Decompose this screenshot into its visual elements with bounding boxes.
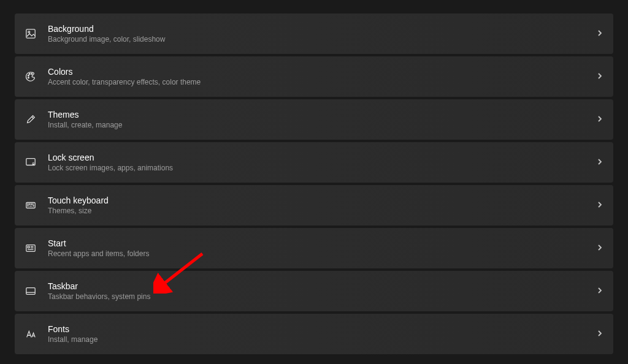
svg-point-2 (28, 75, 29, 76)
start-icon (25, 242, 37, 254)
svg-point-13 (28, 205, 28, 206)
lock-screen-icon (25, 156, 37, 169)
setting-title: Fonts (48, 324, 596, 335)
setting-subtitle: Accent color, transparency effects, colo… (48, 78, 596, 88)
colors-icon (25, 70, 37, 83)
svg-point-11 (31, 204, 31, 205)
setting-title: Themes (48, 109, 596, 120)
setting-subtitle: Lock screen images, apps, animations (48, 164, 596, 173)
setting-title: Taskbar (48, 281, 596, 292)
svg-point-3 (29, 74, 30, 75)
chevron-right-icon (596, 200, 603, 211)
setting-title: Colors (48, 66, 596, 77)
svg-point-4 (31, 74, 33, 75)
fonts-icon (25, 328, 37, 340)
svg-rect-7 (33, 164, 34, 165)
setting-item-colors[interactable]: Colors Accent color, transparency effect… (15, 56, 613, 97)
chevron-right-icon (596, 286, 603, 297)
setting-item-start[interactable]: Start Recent apps and items, folders (15, 228, 613, 268)
svg-point-9 (28, 204, 28, 205)
svg-rect-17 (28, 246, 29, 248)
svg-point-10 (29, 204, 30, 205)
taskbar-icon (25, 285, 37, 297)
setting-subtitle: Taskbar behaviors, system pins (48, 292, 596, 302)
svg-point-1 (28, 31, 30, 33)
themes-icon (25, 113, 37, 126)
chevron-right-icon (596, 157, 603, 168)
chevron-right-icon (596, 243, 603, 254)
setting-title: Touch keyboard (48, 195, 596, 206)
chevron-right-icon (596, 28, 603, 39)
setting-title: Lock screen (48, 152, 596, 163)
svg-rect-0 (26, 29, 35, 38)
svg-point-15 (33, 205, 34, 206)
setting-subtitle: Install, create, manage (48, 121, 596, 131)
setting-title: Background (48, 23, 596, 34)
setting-subtitle: Recent apps and items, folders (48, 249, 596, 259)
setting-item-touch-keyboard[interactable]: Touch keyboard Themes, size (15, 185, 613, 226)
setting-subtitle: Themes, size (48, 207, 596, 216)
keyboard-icon (25, 199, 37, 211)
svg-rect-21 (26, 288, 35, 295)
setting-item-background[interactable]: Background Background image, color, slid… (15, 13, 613, 54)
chevron-right-icon (596, 328, 603, 339)
setting-subtitle: Install, manage (48, 335, 596, 345)
svg-point-5 (28, 77, 29, 78)
setting-item-taskbar[interactable]: Taskbar Taskbar behaviors, system pins (15, 271, 613, 311)
setting-item-themes[interactable]: Themes Install, create, manage (15, 99, 613, 140)
chevron-right-icon (596, 114, 603, 125)
setting-item-lock-screen[interactable]: Lock screen Lock screen images, apps, an… (15, 142, 613, 183)
chevron-right-icon (596, 71, 603, 82)
setting-item-fonts[interactable]: Fonts Install, manage (15, 314, 613, 354)
svg-point-12 (33, 204, 33, 205)
setting-subtitle: Background image, color, slideshow (48, 35, 596, 45)
background-icon (25, 28, 37, 40)
setting-title: Start (48, 238, 596, 249)
